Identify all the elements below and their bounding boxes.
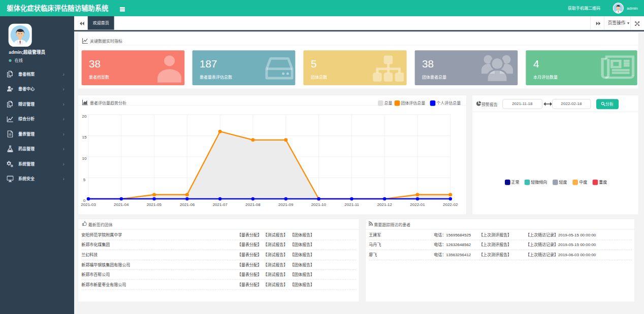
- svg-text:2021-06: 2021-06: [180, 202, 195, 207]
- svg-text:15: 15: [82, 135, 86, 139]
- svg-text:2021-10: 2021-10: [311, 202, 326, 207]
- svg-text:2021-07: 2021-07: [212, 202, 228, 207]
- svg-text:20: 20: [82, 114, 86, 119]
- svg-text:2022-01: 2022-01: [410, 202, 425, 207]
- svg-text:2021-11: 2021-11: [344, 202, 359, 207]
- svg-text:2021-05: 2021-05: [146, 202, 162, 207]
- svg-text:2021-03: 2021-03: [81, 202, 96, 207]
- svg-text:2022-02: 2022-02: [443, 202, 458, 207]
- svg-text:2021-09: 2021-09: [278, 202, 294, 207]
- svg-text:2021-12: 2021-12: [377, 202, 392, 207]
- svg-text:2021-08: 2021-08: [245, 202, 261, 207]
- svg-text:10: 10: [82, 156, 86, 161]
- svg-text:2021-04: 2021-04: [114, 202, 129, 207]
- svg-text:5: 5: [83, 177, 85, 182]
